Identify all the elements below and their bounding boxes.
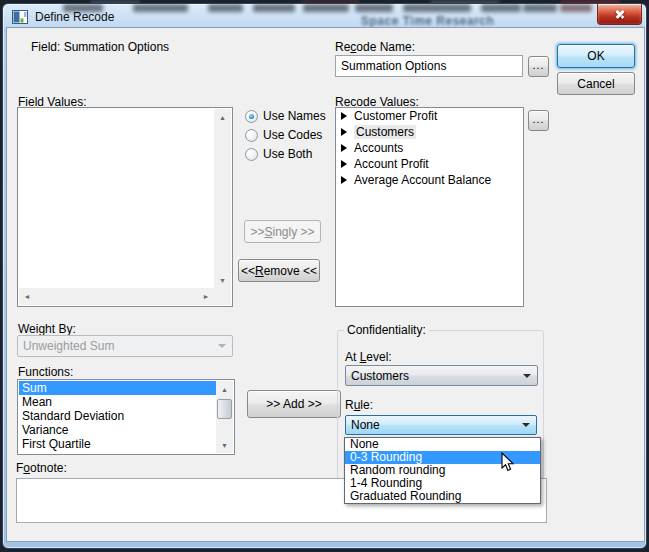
weight-by-combobox: Unweighted Sum xyxy=(17,335,233,357)
list-item[interactable]: Standard Deviation xyxy=(19,409,217,423)
list-item-label: Average Account Balance xyxy=(354,173,491,187)
vertical-scrollbar[interactable]: ▲ ▼ xyxy=(214,109,231,288)
recode-name-label: Recode Name: xyxy=(335,40,415,54)
vertical-scrollbar[interactable]: ▲ ▼ xyxy=(216,381,233,453)
remove-button[interactable]: << Remove << xyxy=(238,259,320,282)
scroll-up-button[interactable]: ▲ xyxy=(216,381,233,397)
background-blur xyxy=(403,4,471,12)
dialog-define-recode: Space Time Research Define Recode Field:… xyxy=(2,3,647,549)
at-level-value: Customers xyxy=(351,369,409,383)
rule-value: None xyxy=(351,418,380,432)
list-item[interactable]: First Quartile xyxy=(19,437,217,451)
rule-label: Rule: xyxy=(345,398,373,412)
list-item[interactable]: Customer Profit xyxy=(336,108,523,124)
rule-dropdown-list[interactable]: None 0-3 Rounding Random rounding 1-4 Ro… xyxy=(344,437,541,504)
scroll-down-button[interactable]: ▼ xyxy=(214,272,231,288)
scroll-right-button[interactable]: ► xyxy=(198,288,214,305)
list-item[interactable]: Account Profit xyxy=(336,156,523,172)
add-button[interactable]: >> Add >> xyxy=(247,390,341,418)
window-title: Define Recode xyxy=(35,10,114,24)
list-item[interactable]: Median xyxy=(19,451,217,453)
functions-listbox[interactable]: Sum Mean Standard Deviation Variance Fir… xyxy=(17,379,235,455)
dropdown-arrow-icon xyxy=(218,344,226,348)
scrollbar-thumb[interactable] xyxy=(217,399,232,419)
scroll-up-button[interactable]: ▲ xyxy=(214,109,231,125)
list-item-label: Customer Profit xyxy=(354,109,437,123)
functions-label: Functions: xyxy=(18,365,73,379)
radio-icon xyxy=(245,110,258,123)
at-level-combobox[interactable]: Customers xyxy=(345,365,538,386)
radio-label: Use Codes xyxy=(263,128,322,142)
radio-icon xyxy=(245,129,258,142)
value-item-arrow-icon xyxy=(341,176,347,184)
horizontal-scrollbar[interactable]: ◄ ► xyxy=(19,288,214,305)
list-item-label: Accounts xyxy=(354,141,403,155)
background-blur xyxy=(481,4,521,12)
background-blur xyxy=(560,4,592,12)
scrollbar-corner xyxy=(214,288,231,305)
dropdown-arrow-icon xyxy=(522,423,530,427)
dropdown-arrow-icon xyxy=(523,374,531,378)
singly-button[interactable]: >> Singly >> xyxy=(244,220,321,243)
dropdown-option[interactable]: Graduated Rounding xyxy=(345,490,540,503)
recode-values-browse-button[interactable]: ... xyxy=(528,110,549,131)
background-blur xyxy=(208,4,243,12)
radio-use-names[interactable]: Use Names xyxy=(245,108,326,124)
list-item-label: Account Profit xyxy=(354,157,429,171)
list-item[interactable]: Accounts xyxy=(336,140,523,156)
radio-use-both[interactable]: Use Both xyxy=(245,146,312,162)
ok-button[interactable]: OK xyxy=(557,44,635,68)
weight-by-label: Weight By: xyxy=(18,322,76,336)
background-window-title: Space Time Research xyxy=(361,14,494,28)
confidentiality-label: Confidentiality: xyxy=(344,323,429,337)
cancel-button[interactable]: Cancel xyxy=(557,72,635,95)
background-blur xyxy=(133,4,188,12)
background-blur xyxy=(523,4,557,12)
background-blur xyxy=(355,4,393,12)
list-item[interactable]: Average Account Balance xyxy=(336,172,523,188)
radio-label: Use Both xyxy=(263,147,312,161)
screen: Space Time Research Define Recode Field:… xyxy=(0,0,649,552)
scroll-left-button[interactable]: ◄ xyxy=(19,288,35,305)
value-item-arrow-icon xyxy=(341,128,347,136)
scroll-left-icon: ◄ xyxy=(24,293,31,300)
footnote-label: Footnote: xyxy=(16,461,67,475)
recode-name-input[interactable]: Summation Options xyxy=(335,55,523,77)
scroll-down-icon: ▼ xyxy=(219,277,226,284)
dialog-client: Field: Summation Options Recode Name: Su… xyxy=(6,27,645,542)
at-level-label: At Level: xyxy=(345,350,392,364)
scroll-up-icon: ▲ xyxy=(219,114,226,121)
background-blur xyxy=(253,4,295,12)
recode-name-browse-button[interactable]: ... xyxy=(528,56,549,77)
radio-use-codes[interactable]: Use Codes xyxy=(245,127,322,143)
weight-by-value: Unweighted Sum xyxy=(23,339,114,353)
close-button[interactable] xyxy=(597,4,642,25)
radio-icon xyxy=(245,148,258,161)
background-blur xyxy=(303,4,349,12)
scroll-down-icon: ▼ xyxy=(221,442,228,449)
functions-rows: Sum Mean Standard Deviation Variance Fir… xyxy=(19,381,217,453)
value-item-arrow-icon xyxy=(341,112,347,120)
radio-label: Use Names xyxy=(263,109,326,123)
value-item-arrow-icon xyxy=(341,144,347,152)
recode-values-listbox[interactable]: Customer Profit Customers Accounts Accou… xyxy=(335,107,524,307)
scroll-right-icon: ► xyxy=(203,293,210,300)
field-info-label: Field: Summation Options xyxy=(31,40,169,54)
rule-combobox[interactable]: None xyxy=(345,415,537,435)
list-item[interactable]: Customers xyxy=(336,124,523,140)
list-item-label: Customers xyxy=(354,125,416,139)
app-icon xyxy=(12,9,28,25)
field-values-listbox[interactable]: ▲ ▼ ◄ ► xyxy=(17,107,233,307)
value-item-arrow-icon xyxy=(341,160,347,168)
scroll-up-icon: ▲ xyxy=(221,386,228,393)
radio-dot xyxy=(249,114,254,119)
list-item[interactable]: Variance xyxy=(19,423,217,437)
list-item[interactable]: Mean xyxy=(19,395,217,409)
scroll-down-button[interactable]: ▼ xyxy=(216,437,233,453)
close-icon xyxy=(614,8,626,20)
list-item[interactable]: Sum xyxy=(19,381,217,395)
